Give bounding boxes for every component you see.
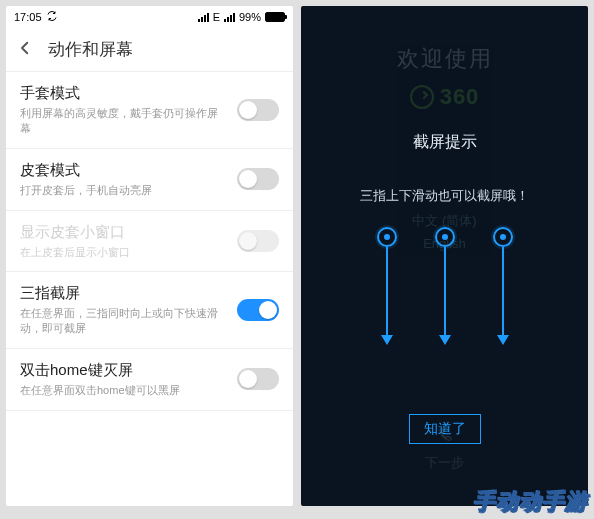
arrow-down-icon [381,335,393,345]
toggle-double-tap-home[interactable] [237,368,279,390]
setting-desc: 利用屏幕的高灵敏度，戴手套仍可操作屏幕 [20,106,227,136]
toggle-glove-mode[interactable] [237,99,279,121]
ok-button[interactable]: 知道了 [409,414,481,444]
battery-icon [265,12,285,22]
status-time: 17:05 [14,11,42,23]
header: 动作和屏幕 [6,28,293,72]
setting-case-window: 显示皮套小窗口 在上皮套后显示小窗口 [6,211,293,273]
settings-list: 手套模式 利用屏幕的高灵敏度，戴手套仍可操作屏幕 皮套模式 打开皮套后，手机自动… [6,72,293,411]
toggle-three-finger-screenshot[interactable] [237,299,279,321]
setting-glove-mode[interactable]: 手套模式 利用屏幕的高灵敏度，戴手套仍可操作屏幕 [6,72,293,149]
gesture-finger-1 [377,227,397,345]
touch-point-icon [493,227,513,247]
setting-title: 三指截屏 [20,284,227,303]
tip-title: 截屏提示 [413,132,477,153]
setting-title: 显示皮套小窗口 [20,223,227,242]
setting-title: 皮套模式 [20,161,227,180]
setting-case-mode[interactable]: 皮套模式 打开皮套后，手机自动亮屏 [6,149,293,211]
setting-three-finger-screenshot[interactable]: 三指截屏 在任意界面，三指同时向上或向下快速滑动，即可截屏 [6,272,293,349]
back-icon[interactable] [16,39,34,61]
setting-desc: 在上皮套后显示小窗口 [20,245,227,260]
setting-desc: 在任意界面，三指同时向上或向下快速滑动，即可截屏 [20,306,227,336]
sync-icon [46,10,58,24]
tip-overlay: 截屏提示 三指上下滑动也可以截屏哦！ [301,6,588,506]
setting-title: 手套模式 [20,84,227,103]
battery-percent: 99% [239,11,261,23]
arrow-down-icon [497,335,509,345]
touch-point-icon [435,227,455,247]
gesture-illustration [377,227,513,345]
tip-text: 三指上下滑动也可以截屏哦！ [360,187,529,205]
signal-icon [198,12,209,22]
gesture-finger-2 [435,227,455,345]
status-bar: 17:05 E 99% [6,6,293,28]
touch-point-icon [377,227,397,247]
signal-icon-2 [224,12,235,22]
gesture-finger-3 [493,227,513,345]
toggle-case-window [237,230,279,252]
page-title: 动作和屏幕 [48,38,133,61]
setting-desc: 在任意界面双击home键可以黑屏 [20,383,227,398]
arrow-down-icon [439,335,451,345]
setting-double-tap-home[interactable]: 双击home键灭屏 在任意界面双击home键可以黑屏 [6,349,293,411]
setting-title: 双击home键灭屏 [20,361,227,380]
network-type: E [213,11,220,23]
onboarding-screen: 欢迎使用 360 中文 (简体) English 下一步 [301,6,588,506]
settings-screen: 17:05 E 99% [6,6,293,506]
setting-desc: 打开皮套后，手机自动亮屏 [20,183,227,198]
toggle-case-mode[interactable] [237,168,279,190]
